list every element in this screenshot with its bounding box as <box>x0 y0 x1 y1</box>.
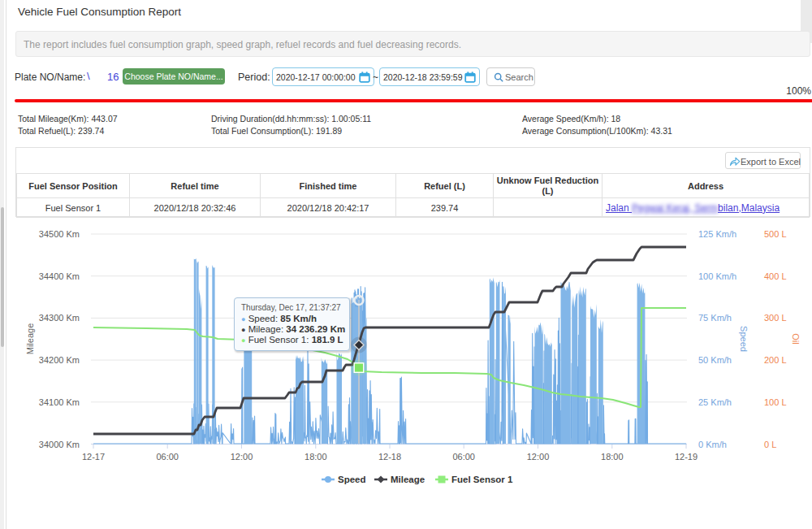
svg-text:12-18: 12-18 <box>378 452 401 462</box>
svg-text:25 Km/h: 25 Km/h <box>698 397 732 407</box>
svg-text:34000 Km: 34000 Km <box>39 440 80 449</box>
svg-text:12-17: 12-17 <box>82 452 105 462</box>
svg-text:100 Km/h: 100 Km/h <box>698 271 736 281</box>
svg-text:0 L: 0 L <box>764 440 776 449</box>
svg-text:75 Km/h: 75 Km/h <box>698 313 732 323</box>
svg-text:18:00: 18:00 <box>601 452 624 462</box>
svg-text:34400 Km: 34400 Km <box>39 271 80 281</box>
svg-text:0 Km/h: 0 Km/h <box>698 440 727 449</box>
svg-text:18:00: 18:00 <box>304 452 327 462</box>
svg-text:Mileage: Mileage <box>25 323 35 355</box>
svg-text:Speed: Speed <box>338 475 366 484</box>
svg-text:12:00: 12:00 <box>527 452 550 462</box>
svg-text:06:00: 06:00 <box>156 452 179 462</box>
svg-text:200 L: 200 L <box>764 355 787 365</box>
svg-text:34300 Km: 34300 Km <box>39 313 80 323</box>
svg-text:34100 Km: 34100 Km <box>39 397 80 407</box>
svg-text:400 L: 400 L <box>764 271 787 281</box>
svg-text:50 Km/h: 50 Km/h <box>698 355 732 365</box>
svg-text:34500 Km: 34500 Km <box>39 229 80 239</box>
svg-text:34200 Km: 34200 Km <box>39 355 80 365</box>
svg-text:12-19: 12-19 <box>675 452 698 462</box>
svg-text:12:00: 12:00 <box>231 452 253 462</box>
svg-text:Fuel Sensor 1: Fuel Sensor 1 <box>451 475 513 484</box>
svg-text:Speed: Speed <box>739 326 749 352</box>
svg-text:Oil: Oil <box>791 333 801 344</box>
svg-text:125 Km/h: 125 Km/h <box>698 229 736 239</box>
svg-text:06:00: 06:00 <box>452 452 475 462</box>
svg-text:300 L: 300 L <box>764 313 787 323</box>
svg-text:Mileage: Mileage <box>391 475 425 484</box>
svg-text:100 L: 100 L <box>764 397 787 407</box>
svg-text:500 L: 500 L <box>764 229 787 239</box>
